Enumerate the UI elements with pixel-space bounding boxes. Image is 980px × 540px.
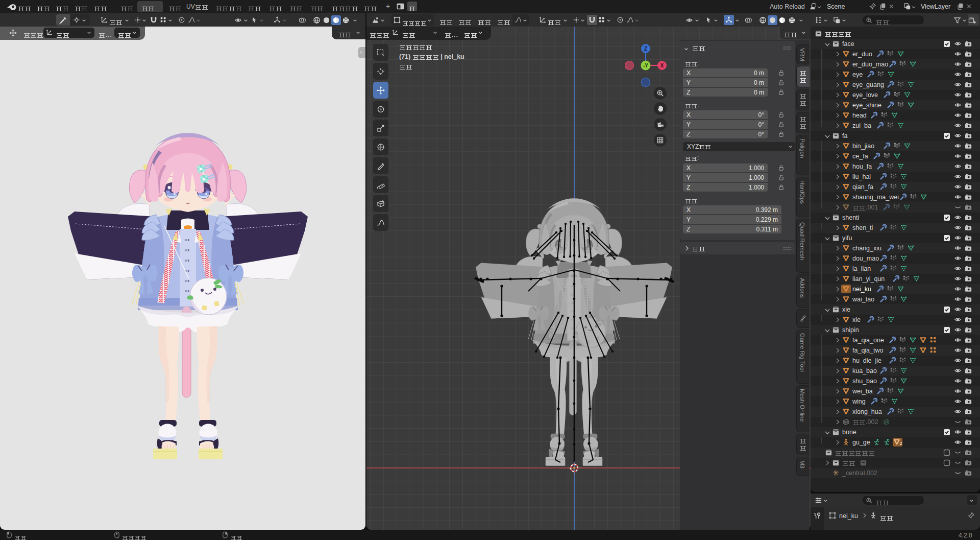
- svg-text:X: X: [660, 63, 664, 68]
- svg-text:-Y: -Y: [643, 63, 648, 68]
- svg-text:Z: Z: [644, 46, 647, 52]
